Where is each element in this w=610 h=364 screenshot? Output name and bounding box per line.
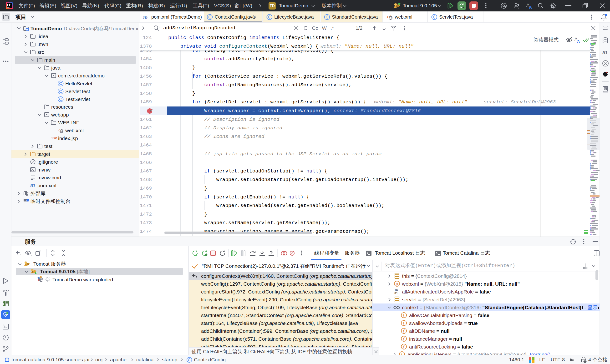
svg-text:f: f	[403, 313, 405, 318]
svg-text:</: </	[386, 15, 391, 20]
svg-text:A: A	[529, 5, 532, 9]
svg-text:f: f	[403, 329, 405, 333]
svg-text:m: m	[143, 14, 148, 20]
svg-text:A: A	[577, 39, 580, 43]
svg-text:f: f	[403, 344, 405, 349]
svg-text:JSP: JSP	[51, 136, 57, 140]
svg-text:01: 01	[394, 292, 398, 295]
svg-text:p: p	[396, 282, 398, 286]
svg-text:f: f	[403, 321, 405, 325]
svg-text:m: m	[30, 182, 35, 188]
svg-text:m: m	[602, 48, 607, 55]
svg-text:f: f	[403, 337, 405, 341]
